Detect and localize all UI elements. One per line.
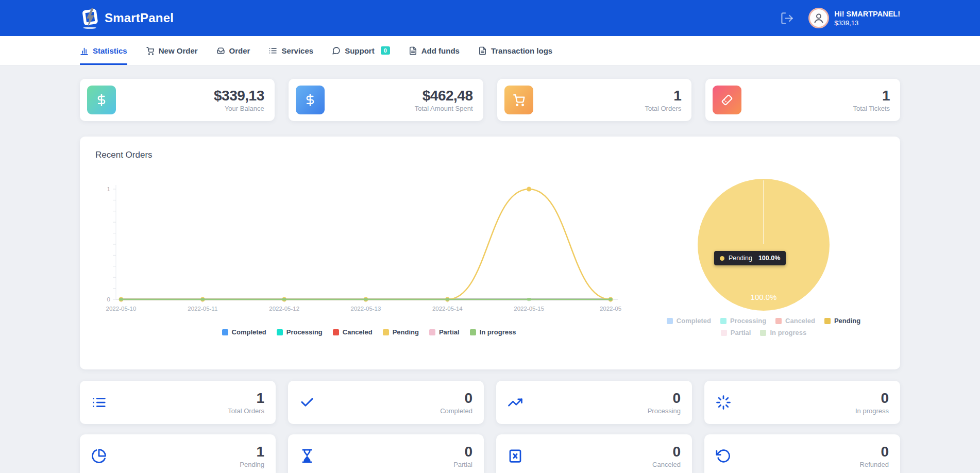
summary-value: 0 — [855, 390, 889, 407]
file-icon — [478, 46, 487, 55]
svg-text:2022-05-13: 2022-05-13 — [351, 306, 381, 312]
line-legend-item[interactable]: Partial — [429, 328, 460, 336]
legend-chip — [721, 330, 727, 336]
legend-label: Processing — [730, 317, 766, 325]
summary-label: Partial — [453, 461, 472, 468]
legend-chip — [775, 318, 782, 324]
amount-spent-card: $462,48 Total Amount Spent — [289, 79, 483, 121]
svg-text:1: 1 — [107, 186, 110, 192]
tooltip-value: 100.0% — [758, 255, 780, 262]
nav-add-funds[interactable]: Add funds — [409, 36, 460, 65]
nav-label: Order — [229, 46, 250, 55]
stat-value: 1 — [645, 88, 681, 104]
line-legend-item[interactable]: Canceled — [333, 328, 373, 336]
summary-value: 0 — [860, 444, 889, 460]
file-icon — [409, 46, 417, 55]
line-legend-item[interactable]: Pending — [383, 328, 419, 336]
brand-logo[interactable]: SmartPanel — [80, 7, 174, 29]
dollar-icon — [87, 86, 116, 114]
recent-orders-panel: Recent Orders 012022-05-102022-05-112022… — [80, 137, 900, 369]
nav-label: Add funds — [421, 46, 460, 55]
nav-support[interactable]: Support 0 — [332, 36, 390, 65]
summary-value: 0 — [453, 444, 472, 460]
nav-order[interactable]: Order — [216, 36, 250, 65]
legend-label: Partial — [731, 329, 751, 336]
summary-pending: 1 Pending — [80, 434, 276, 473]
legend-label: Canceled — [785, 317, 815, 325]
nav-statistics[interactable]: Statistics — [80, 36, 127, 65]
summary-label: In progress — [855, 407, 889, 415]
bar-chart-icon — [80, 46, 89, 55]
line-chart-svg: 012022-05-102022-05-112022-05-122022-05-… — [95, 171, 636, 326]
tooltip-series-dot — [720, 256, 724, 261]
svg-text:2022-05-12: 2022-05-12 — [269, 306, 299, 312]
nav-label: Support — [345, 46, 375, 55]
pie-slice-boundary — [763, 180, 764, 244]
pie-legend-item[interactable]: In progress — [760, 329, 806, 336]
legend-chip — [429, 329, 435, 335]
legend-chip — [824, 318, 831, 324]
stat-value: $462,48 — [415, 88, 473, 104]
list-icon — [268, 46, 277, 55]
support-badge: 0 — [381, 46, 390, 55]
logout-icon[interactable] — [780, 11, 794, 25]
legend-label: Canceled — [343, 328, 373, 336]
orders-pie-chart: 100.0% Pending 100.0% Completed Processi… — [643, 171, 885, 336]
line-legend-item[interactable]: Completed — [222, 328, 266, 336]
dollar-icon — [296, 86, 325, 114]
svg-text:2022-05-14: 2022-05-14 — [432, 306, 463, 312]
nav-services[interactable]: Services — [268, 36, 313, 65]
legend-label: Partial — [439, 328, 460, 336]
rotate-ccw-icon — [716, 448, 731, 464]
summary-refunded: 0 Refunded — [704, 434, 900, 473]
ticket-icon — [713, 86, 741, 114]
nav-transaction-logs[interactable]: Transaction logs — [478, 36, 552, 65]
summary-canceled: 0 Canceled — [496, 434, 692, 473]
legend-label: In progress — [480, 328, 516, 336]
nav-label: Transaction logs — [491, 46, 552, 55]
panel-title: Recent Orders — [95, 150, 885, 160]
summary-value: 1 — [240, 444, 264, 460]
svg-text:2022-05: 2022-05 — [600, 306, 621, 312]
legend-label: Completed — [677, 317, 711, 325]
svg-text:2022-05-11: 2022-05-11 — [188, 306, 217, 312]
pie-chart-legend: Completed Processing Canceled Pending Pa… — [666, 317, 861, 336]
legend-chip — [667, 318, 673, 324]
summary-total-orders: 1 Total Orders — [80, 381, 276, 424]
legend-chip — [383, 329, 389, 335]
inbox-icon — [216, 46, 225, 55]
user-balance: $339,13 — [834, 19, 900, 27]
pie-legend-item[interactable]: Partial — [721, 329, 751, 336]
summary-label: Pending — [240, 461, 264, 468]
pie-legend-item[interactable]: Pending — [824, 317, 860, 325]
pie-legend-item[interactable]: Processing — [720, 317, 766, 325]
legend-label: Completed — [232, 328, 266, 336]
app-header: SmartPanel Hi! SMARTPANEL! $339,13 — [0, 0, 980, 36]
summary-value: 1 — [228, 390, 264, 407]
pie-legend-item[interactable]: Completed — [667, 317, 711, 325]
cart-icon — [146, 46, 155, 55]
nav-new-order[interactable]: New Order — [146, 36, 198, 65]
summary-value: 0 — [652, 444, 681, 460]
summary-partial: 0 Partial — [288, 434, 484, 473]
line-legend-item[interactable]: Processing — [277, 328, 323, 336]
nav-label: Statistics — [93, 46, 127, 55]
summary-label: Completed — [440, 407, 472, 415]
line-chart-legend: Completed Processing Canceled Pending Pa… — [95, 328, 643, 336]
total-orders-card: 1 Total Orders — [497, 79, 692, 121]
lightning-logo-icon — [80, 7, 100, 29]
line-legend-item[interactable]: In progress — [470, 328, 516, 336]
pie-legend-item[interactable]: Canceled — [775, 317, 815, 325]
user-menu[interactable]: Hi! SMARTPANEL! $339,13 — [808, 8, 900, 28]
main-nav: Statistics New Order Order — [0, 36, 980, 65]
legend-chip — [222, 329, 228, 335]
pie-chart-icon — [91, 448, 107, 464]
stat-label: Your Balance — [214, 105, 264, 112]
summary-grid: 1 Total Orders 0 Completed 0 Processing — [80, 381, 900, 473]
nav-label: New Order — [159, 46, 198, 55]
pie-slice-pending: 100.0% — [698, 179, 830, 311]
user-greeting: Hi! SMARTPANEL! — [834, 10, 900, 18]
svg-text:0: 0 — [107, 296, 110, 302]
total-tickets-card: 1 Total Tickets — [705, 79, 900, 121]
stat-label: Total Amount Spent — [415, 105, 473, 112]
